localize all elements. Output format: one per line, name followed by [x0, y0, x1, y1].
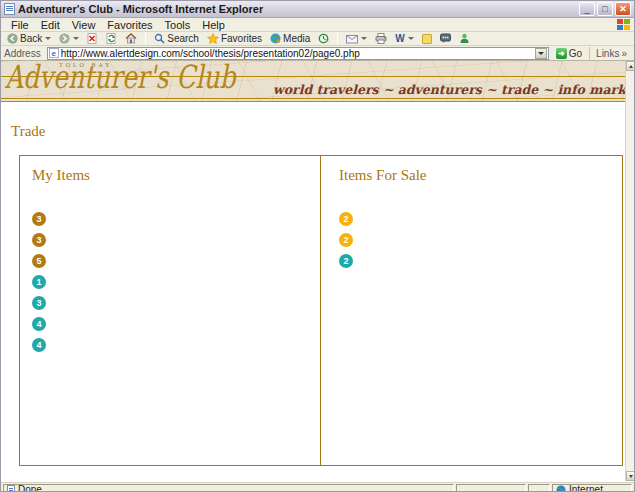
- search-button[interactable]: Search: [152, 32, 201, 45]
- menu-tools[interactable]: Tools: [159, 19, 197, 31]
- edit-word-icon: W: [395, 33, 404, 44]
- favorites-star-icon: [207, 33, 219, 44]
- discuss-icon: [440, 33, 451, 44]
- item-count-badge[interactable]: 2: [339, 212, 353, 226]
- edit-dropdown-icon[interactable]: [408, 37, 414, 40]
- forward-button[interactable]: [57, 32, 81, 45]
- title-bar: Adventurer's Club - Microsoft Internet E…: [1, 1, 634, 18]
- address-input[interactable]: e http://www.alertdesign.com/school/thes…: [47, 47, 549, 60]
- item-count-badge[interactable]: 3: [32, 212, 46, 226]
- go-arrow-icon: ➜: [556, 48, 567, 59]
- scroll-down-button[interactable]: [626, 471, 634, 481]
- item-count-badge[interactable]: 3: [32, 296, 46, 310]
- messenger-button[interactable]: [457, 32, 472, 45]
- back-arrow-icon: [7, 33, 18, 44]
- forward-dropdown-icon[interactable]: [73, 37, 79, 40]
- favorites-label: Favorites: [221, 33, 262, 44]
- site-header: TOLO BAY Adventurer's Club world travele…: [1, 61, 627, 102]
- item-count-badge[interactable]: 3: [32, 233, 46, 247]
- status-empty-pane: [528, 484, 550, 492]
- stop-icon: [87, 33, 98, 44]
- notes-icon: [422, 34, 432, 44]
- status-text: Done: [18, 484, 42, 492]
- window-page-icon: [4, 3, 15, 15]
- site-tagline: world travelers ~ adventurers ~ trade ~ …: [273, 82, 553, 97]
- menu-view[interactable]: View: [66, 19, 102, 31]
- status-bar: Done Internet: [1, 481, 634, 492]
- item-count-badge[interactable]: 5: [32, 254, 46, 268]
- refresh-button[interactable]: [104, 32, 119, 45]
- minimize-button[interactable]: _: [579, 2, 595, 16]
- address-label: Address: [4, 48, 43, 59]
- security-zone-pane: Internet: [552, 484, 632, 492]
- windows-logo-icon: [617, 19, 630, 31]
- zone-label: Internet: [569, 484, 603, 492]
- internet-globe-icon: [556, 485, 566, 492]
- item-count-badge[interactable]: 2: [339, 233, 353, 247]
- menu-help[interactable]: Help: [196, 19, 231, 31]
- menu-edit[interactable]: Edit: [35, 19, 66, 31]
- print-icon: [375, 33, 387, 44]
- window-title: Adventurer's Club - Microsoft Internet E…: [18, 3, 579, 15]
- history-button[interactable]: [316, 32, 331, 45]
- items-for-sale-title: Items For Sale: [339, 167, 622, 184]
- vertical-scrollbar[interactable]: [625, 61, 634, 481]
- my-items-list: 3351344: [32, 212, 320, 352]
- address-url: http://www.alertdesign.com/school/thesis…: [61, 48, 533, 59]
- menu-favorites[interactable]: Favorites: [101, 19, 158, 31]
- back-button[interactable]: Back: [5, 32, 53, 45]
- mail-button[interactable]: [344, 32, 369, 45]
- my-items-title: My Items: [32, 167, 320, 184]
- my-items-panel: My Items 3351344: [20, 156, 321, 465]
- notes-button[interactable]: [420, 32, 434, 45]
- menu-bar: File Edit View Favorites Tools Help: [1, 18, 634, 32]
- go-button[interactable]: ➜ Go: [553, 47, 585, 60]
- standard-buttons-toolbar: Back Search Favorites Media: [1, 32, 634, 46]
- media-button[interactable]: Media: [268, 32, 312, 45]
- item-count-badge[interactable]: 4: [32, 317, 46, 331]
- mail-icon: [346, 34, 358, 44]
- maximize-button[interactable]: □: [597, 2, 613, 16]
- home-icon: [125, 33, 137, 44]
- search-icon: [154, 33, 165, 44]
- browser-window: Adventurer's Club - Microsoft Internet E…: [0, 0, 635, 492]
- links-menu[interactable]: Links »: [589, 47, 631, 60]
- item-count-badge[interactable]: 4: [32, 338, 46, 352]
- forward-arrow-icon: [59, 33, 70, 44]
- page-content: TOLO BAY Adventurer's Club world travele…: [1, 61, 634, 481]
- print-button[interactable]: [373, 32, 389, 45]
- address-dropdown-button[interactable]: [535, 48, 547, 59]
- trade-heading: Trade: [11, 123, 45, 140]
- back-dropdown-icon[interactable]: [45, 37, 51, 40]
- edit-button[interactable]: W: [393, 32, 415, 45]
- back-label: Back: [20, 33, 42, 44]
- address-bar: Address e http://www.alertdesign.com/sch…: [1, 46, 634, 61]
- toolbar-separator: [337, 33, 338, 45]
- home-button[interactable]: [123, 32, 139, 45]
- status-empty-pane: [456, 484, 526, 492]
- items-for-sale-list: 222: [339, 212, 622, 268]
- messenger-icon: [459, 33, 470, 44]
- page-favicon: e: [49, 48, 59, 58]
- trade-panels: My Items 3351344 Items For Sale 222: [19, 155, 623, 466]
- favorites-button[interactable]: Favorites: [205, 32, 264, 45]
- discuss-button[interactable]: [438, 32, 453, 45]
- menu-file[interactable]: File: [5, 19, 35, 31]
- item-count-badge[interactable]: 1: [32, 275, 46, 289]
- refresh-icon: [106, 33, 117, 44]
- links-overflow-chevron: »: [621, 48, 627, 59]
- mail-dropdown-icon[interactable]: [361, 37, 367, 40]
- header-rule-bottom: [1, 98, 627, 99]
- media-label: Media: [283, 33, 310, 44]
- status-message-pane: Done: [3, 484, 454, 492]
- item-count-badge[interactable]: 2: [339, 254, 353, 268]
- scroll-up-button[interactable]: [626, 61, 634, 71]
- close-button[interactable]: ✕: [615, 2, 631, 16]
- history-icon: [318, 33, 329, 44]
- stop-button[interactable]: [85, 32, 100, 45]
- search-label: Search: [167, 33, 199, 44]
- media-globe-icon: [270, 33, 281, 44]
- toolbar-separator: [145, 33, 146, 45]
- status-page-icon: [7, 485, 15, 492]
- site-title: Adventurer's Club: [5, 61, 235, 96]
